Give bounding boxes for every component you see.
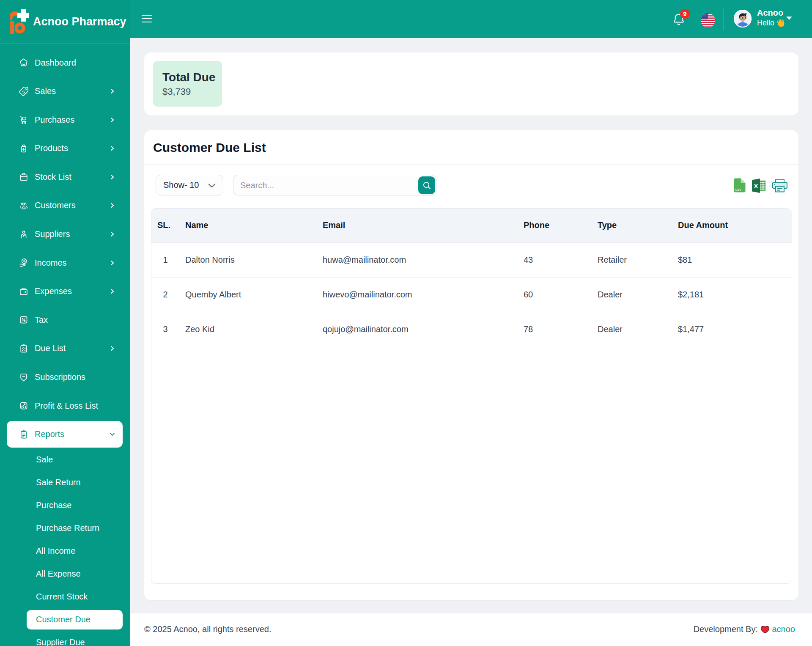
svg-text:X: X <box>754 182 758 190</box>
svg-text:$: $ <box>23 259 25 264</box>
svg-text:S: S <box>22 90 25 94</box>
svg-text:csv: csv <box>735 187 742 192</box>
